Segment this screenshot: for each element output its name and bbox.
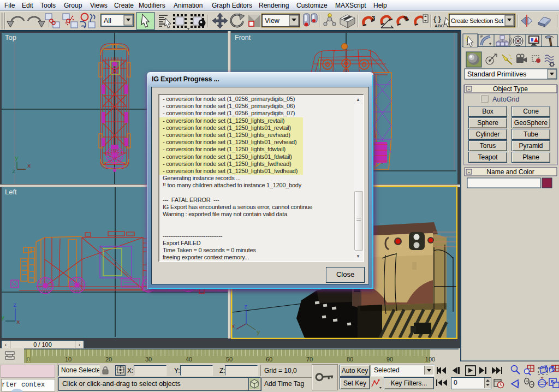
svg-text:z: z [13,302,17,308]
svg-text:Top: Top [5,33,16,41]
svg-text:80: 80 [347,356,353,363]
svg-text:z: z [244,304,248,310]
svg-text:Create Selection Set: Create Selection Set [451,17,504,24]
svg-text:x: x [27,163,31,169]
svg-text:50: 50 [226,356,233,363]
svg-text:40: 40 [186,356,192,363]
svg-text:70: 70 [306,356,313,363]
svg-text:60: 60 [266,356,272,363]
svg-text:y: y [15,155,19,162]
svg-text:{ }: { } [433,15,441,23]
svg-text:20: 20 [105,356,112,363]
svg-text:x: x [16,319,20,325]
svg-text:All: All [104,17,111,25]
svg-text:y: y [257,329,260,336]
svg-text:AutoGrid: AutoGrid [492,96,519,103]
svg-text:View: View [265,17,280,25]
svg-text:Object Type: Object Type [493,85,528,93]
svg-text:0: 0 [27,356,30,363]
svg-text:Name and Color: Name and Color [486,168,534,176]
svg-text:y: y [1,314,5,321]
svg-text:90: 90 [386,356,393,363]
svg-text:Standard Primitives: Standard Primitives [467,70,526,78]
svg-text:10: 10 [65,356,72,363]
svg-text:3: 3 [372,15,375,21]
svg-text:-: - [468,168,470,175]
svg-text:%: % [403,15,408,21]
svg-text:100: 100 [425,356,435,363]
svg-text:Left: Left [5,188,17,196]
svg-text:-: - [468,85,470,92]
svg-text:ABC: ABC [435,23,444,28]
svg-text:z: z [12,168,16,175]
svg-text:30: 30 [145,356,152,363]
svg-text:Front: Front [235,34,251,41]
